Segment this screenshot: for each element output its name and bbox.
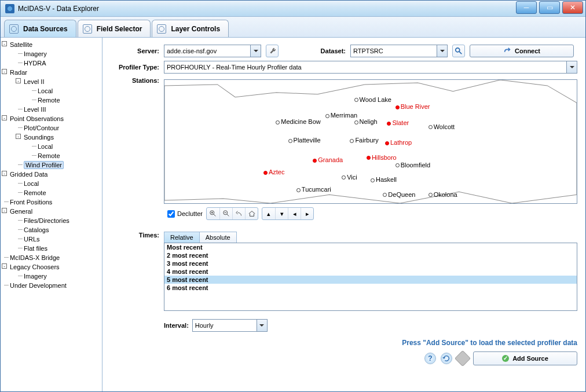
tree-item[interactable]: Local: [24, 180, 39, 187]
tree-item[interactable]: Wind Profiler: [24, 161, 64, 169]
refresh-button[interactable]: [441, 353, 452, 364]
station-marker[interactable]: Tucumcari: [296, 186, 331, 193]
tree-item[interactable]: Flat files: [24, 245, 47, 252]
manage-servers-button[interactable]: [266, 45, 279, 57]
tree-item[interactable]: Point Observations: [10, 115, 64, 122]
station-marker[interactable]: Medicine Bow: [276, 118, 320, 126]
tree-item[interactable]: Plot/Contour: [24, 124, 59, 131]
tree-item[interactable]: Imagery: [24, 273, 47, 280]
station-marker[interactable]: Slater: [387, 119, 409, 127]
pan-up-button[interactable]: ▴: [262, 208, 275, 219]
time-option[interactable]: 4 most recent: [164, 268, 577, 276]
tree-item[interactable]: Files/Directories: [24, 217, 69, 224]
tree-item[interactable]: Satellite: [10, 41, 32, 48]
home-button[interactable]: [245, 208, 258, 219]
station-label: Bloomfield: [401, 162, 430, 168]
tree-item[interactable]: Catalogs: [24, 226, 49, 233]
stop-button[interactable]: [455, 350, 471, 367]
zoom-back-button[interactable]: [232, 208, 245, 219]
tree-twisty[interactable]: -: [2, 69, 7, 74]
app-icon: [5, 4, 14, 13]
help-button[interactable]: ?: [424, 353, 436, 364]
time-option[interactable]: 3 most recent: [164, 259, 577, 268]
zoom-out-button[interactable]: [219, 208, 232, 219]
station-marker[interactable]: Aztec: [263, 168, 285, 176]
time-option[interactable]: 6 most recent: [164, 284, 577, 292]
tree-item[interactable]: Radar: [10, 69, 27, 76]
connect-button[interactable]: Connect: [470, 45, 574, 57]
tree-item[interactable]: McIDAS-X Bridge: [10, 254, 60, 261]
maximize-button[interactable]: ▭: [539, 1, 560, 14]
stations-map[interactable]: Wood LakeBlue RiverMerrimanMedicine BowN…: [164, 79, 577, 204]
close-button[interactable]: ✕: [562, 1, 583, 14]
station-marker[interactable]: Bloomfield: [395, 162, 430, 169]
station-marker[interactable]: Haskell: [371, 176, 397, 184]
tab-field-selector[interactable]: Field Selector: [78, 20, 151, 37]
tab-layer-controls[interactable]: Layer Controls: [152, 20, 229, 37]
tree-item[interactable]: Remote: [38, 97, 60, 104]
tree-item[interactable]: Front Positions: [10, 199, 52, 206]
server-label: Server:: [111, 47, 159, 54]
tab-relative[interactable]: Relative: [164, 232, 200, 243]
tree-item[interactable]: URLs: [24, 236, 40, 243]
station-marker[interactable]: DeQueen: [383, 191, 415, 199]
add-source-button[interactable]: ✓ Add Source: [473, 351, 577, 365]
time-option[interactable]: Most recent: [164, 243, 577, 251]
station-marker[interactable]: Okolona: [428, 191, 457, 199]
chevron-down-icon[interactable]: [257, 320, 267, 331]
time-option[interactable]: 2 most recent: [164, 251, 577, 259]
pan-right-button[interactable]: ▸: [301, 208, 313, 219]
tree-twisty[interactable]: -: [2, 41, 7, 46]
tree-item[interactable]: Level II: [24, 78, 44, 85]
tab-absolute[interactable]: Absolute: [199, 232, 237, 243]
interval-combo[interactable]: Hourly: [192, 319, 268, 332]
tree-item[interactable]: Imagery: [24, 50, 47, 57]
tree-item[interactable]: General: [10, 208, 32, 215]
tree-item[interactable]: Level III: [24, 106, 46, 113]
time-listbox[interactable]: Most recent2 most recent3 most recent4 m…: [164, 243, 577, 311]
tree-twisty[interactable]: -: [16, 134, 21, 139]
station-marker[interactable]: Blue River: [395, 103, 430, 111]
tree-item[interactable]: Remote: [24, 189, 46, 196]
chevron-down-icon[interactable]: [250, 45, 261, 57]
station-marker[interactable]: Granada: [313, 156, 343, 164]
station-marker[interactable]: Wood Lake: [354, 96, 391, 104]
tree-item[interactable]: Local: [38, 143, 53, 150]
tree-twisty[interactable]: -: [16, 78, 21, 83]
station-marker[interactable]: Platteville: [288, 137, 321, 144]
search-dataset-button[interactable]: [452, 45, 465, 57]
minimize-button[interactable]: ─: [516, 1, 537, 14]
profiler-type-combo[interactable]: PROFHOURLY - Real-Time Hourly Profiler d…: [164, 61, 577, 74]
declutter-checkbox[interactable]: Declutter: [167, 210, 203, 218]
tree-item[interactable]: Soundings: [24, 134, 54, 141]
tree-twisty[interactable]: -: [2, 208, 7, 213]
tree-twisty[interactable]: -: [2, 171, 7, 176]
source-tree[interactable]: -SatelliteImageryHYDRA-Radar-Level IILoc…: [1, 38, 102, 391]
chevron-down-icon[interactable]: [437, 45, 447, 57]
station-marker[interactable]: Hillsboro: [367, 154, 397, 162]
station-label: Aztec: [269, 168, 285, 175]
tree-twisty[interactable]: -: [2, 115, 7, 120]
tree-item[interactable]: Local: [38, 87, 53, 94]
station-marker[interactable]: Neligh: [354, 118, 378, 126]
tree-item[interactable]: Legacy Choosers: [10, 263, 60, 270]
tree-item[interactable]: HYDRA: [24, 60, 46, 67]
pan-down-button[interactable]: ▾: [275, 208, 288, 219]
tree-item[interactable]: Under Development: [10, 282, 67, 289]
station-marker[interactable]: Vici: [342, 174, 357, 181]
tree-item[interactable]: Gridded Data: [10, 171, 47, 178]
chevron-down-icon[interactable]: [566, 61, 577, 73]
station-marker[interactable]: Merriman: [325, 112, 357, 119]
time-tabs: Relative Absolute: [164, 232, 577, 243]
tree-twisty[interactable]: -: [2, 263, 7, 269]
station-marker[interactable]: Lathrop: [385, 139, 412, 146]
server-combo[interactable]: adde.cise-nsf.gov: [164, 45, 261, 57]
zoom-in-button[interactable]: [207, 208, 219, 219]
tree-item[interactable]: Remote: [38, 152, 60, 159]
dataset-combo[interactable]: RTPTSRC: [350, 45, 448, 57]
tab-data-sources[interactable]: Data Sources: [4, 20, 76, 37]
pan-left-button[interactable]: ◂: [288, 208, 301, 219]
station-marker[interactable]: Fairbury: [350, 137, 378, 144]
station-marker[interactable]: Wolcott: [428, 123, 455, 131]
time-option[interactable]: 5 most recent: [164, 276, 577, 284]
